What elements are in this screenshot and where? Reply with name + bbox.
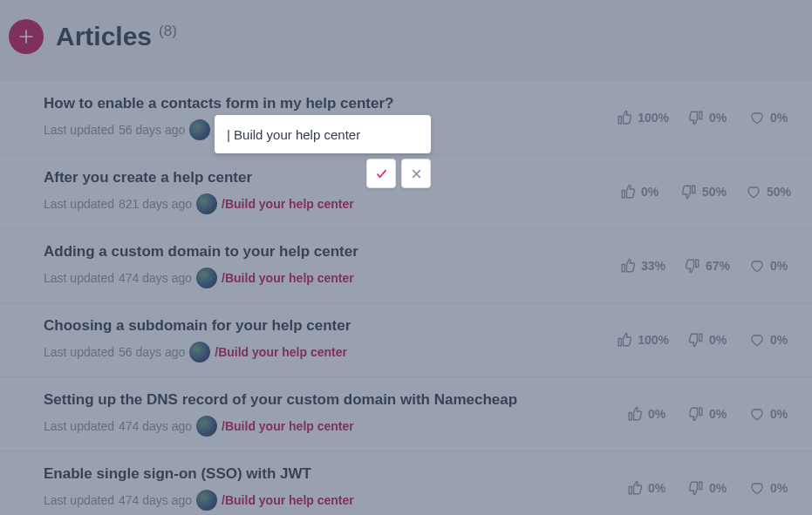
updated-prefix: Last updated (44, 123, 114, 137)
article-title: Adding a custom domain to your help cent… (44, 243, 620, 261)
category-link[interactable]: /Build your help center (222, 493, 354, 507)
thumbs-up-icon (617, 332, 632, 348)
thumbs-up-icon (620, 184, 636, 200)
dislikes-value: 0% (709, 481, 727, 495)
updated-ago: 821 days ago (119, 197, 192, 211)
article-stats: 100% 0% 0% (617, 110, 791, 125)
likes-stat[interactable]: 0% (627, 406, 669, 422)
author-avatar[interactable] (196, 490, 217, 511)
thumbs-up-icon (620, 258, 636, 274)
heart-icon (749, 406, 765, 422)
dislikes-value: 67% (706, 259, 730, 273)
article-meta: Last updated 474 days ago /Build your he… (44, 416, 627, 437)
updated-prefix: Last updated (44, 493, 114, 507)
author-avatar[interactable] (196, 416, 217, 437)
article-main: Choosing a subdomain for your help cente… (44, 317, 617, 363)
likes-stat[interactable]: 100% (617, 332, 669, 348)
author-avatar[interactable] (189, 119, 210, 140)
article-meta: Last updated 474 days ago /Build your he… (44, 490, 627, 511)
likes-stat[interactable]: 33% (620, 258, 665, 274)
article-row[interactable]: Choosing a subdomain for your help cente… (0, 302, 812, 376)
hearts-stat[interactable]: 0% (749, 480, 791, 496)
updated-ago: 56 days ago (119, 123, 185, 137)
thumbs-down-icon (688, 406, 704, 422)
dislikes-value: 0% (709, 407, 727, 421)
hearts-stat[interactable]: 0% (749, 332, 791, 348)
hearts-stat[interactable]: 0% (749, 110, 791, 125)
dislikes-value: 0% (709, 333, 727, 347)
heart-icon (746, 184, 761, 200)
article-stats: 0% 50% 50% (620, 184, 791, 200)
thumbs-up-icon (627, 480, 643, 496)
article-count: (8) (159, 23, 177, 40)
dislikes-value: 0% (709, 111, 727, 125)
article-row[interactable]: Setting up the DNS record of your custom… (0, 376, 812, 451)
dislikes-stat[interactable]: 0% (688, 110, 730, 125)
likes-value: 100% (638, 333, 669, 347)
thumbs-down-icon (685, 258, 700, 274)
article-stats: 0% 0% 0% (627, 406, 791, 422)
article-title: How to enable a contacts form in my help… (44, 95, 617, 112)
category-input[interactable] (227, 127, 419, 142)
hearts-value: 0% (770, 111, 788, 125)
hearts-stat[interactable]: 50% (746, 184, 791, 200)
article-main: Enable single sign-on (SSO) with JWT Las… (44, 465, 627, 511)
article-main: Adding a custom domain to your help cent… (44, 243, 620, 288)
check-icon (375, 167, 388, 180)
article-row[interactable]: Adding a custom domain to your help cent… (0, 228, 812, 302)
article-meta: Last updated 56 days ago /Build your hel… (44, 342, 617, 363)
thumbs-down-icon (688, 480, 704, 496)
updated-ago: 474 days ago (119, 271, 192, 285)
dislikes-stat[interactable]: 0% (688, 332, 730, 348)
updated-ago: 474 days ago (119, 493, 192, 507)
likes-stat[interactable]: 0% (627, 480, 669, 496)
confirm-button[interactable] (366, 159, 396, 188)
category-link[interactable]: /Build your help center (215, 345, 347, 359)
category-link[interactable]: /Build your help center (222, 197, 354, 211)
thumbs-down-icon (688, 110, 704, 125)
article-title: Enable single sign-on (SSO) with JWT (44, 465, 627, 483)
likes-stat[interactable]: 100% (617, 110, 669, 125)
heart-icon (749, 258, 765, 274)
page-title: Articles (56, 22, 152, 51)
cancel-button[interactable] (401, 159, 431, 188)
likes-value: 0% (648, 407, 665, 421)
thumbs-up-icon (617, 110, 632, 125)
category-link[interactable]: /Build your help center (222, 419, 354, 433)
article-title: Setting up the DNS record of your custom… (44, 391, 627, 409)
author-avatar[interactable] (196, 193, 217, 214)
hearts-value: 0% (770, 259, 788, 273)
dislikes-stat[interactable]: 50% (681, 184, 727, 200)
article-row[interactable]: Enable single sign-on (SSO) with JWT Las… (0, 451, 812, 515)
heart-icon (749, 332, 765, 348)
article-main: Setting up the DNS record of your custom… (44, 391, 627, 437)
updated-prefix: Last updated (44, 345, 114, 359)
dislikes-stat[interactable]: 67% (685, 258, 730, 274)
author-avatar[interactable] (189, 342, 210, 363)
updated-ago: 474 days ago (119, 419, 192, 433)
add-article-button[interactable] (9, 19, 44, 54)
updated-prefix: Last updated (44, 271, 114, 285)
hearts-value: 0% (770, 333, 788, 347)
plus-icon (17, 28, 35, 45)
hearts-value: 0% (770, 407, 788, 421)
hearts-stat[interactable]: 0% (749, 406, 791, 422)
thumbs-up-icon (627, 406, 643, 422)
updated-prefix: Last updated (44, 419, 114, 433)
category-link[interactable]: /Build your help center (222, 271, 354, 285)
article-stats: 0% 0% 0% (627, 480, 791, 496)
author-avatar[interactable] (196, 268, 217, 288)
dislikes-value: 50% (702, 185, 727, 199)
dislikes-stat[interactable]: 0% (688, 480, 730, 496)
hearts-stat[interactable]: 0% (749, 258, 791, 274)
article-stats: 100% 0% 0% (617, 332, 791, 348)
likes-value: 0% (641, 185, 658, 199)
likes-value: 0% (648, 481, 665, 495)
close-icon (410, 167, 423, 180)
article-stats: 33% 67% 0% (620, 258, 791, 274)
thumbs-down-icon (688, 332, 704, 348)
popover-actions (215, 159, 431, 188)
hearts-value: 0% (770, 481, 788, 495)
dislikes-stat[interactable]: 0% (688, 406, 730, 422)
likes-stat[interactable]: 0% (620, 184, 662, 200)
